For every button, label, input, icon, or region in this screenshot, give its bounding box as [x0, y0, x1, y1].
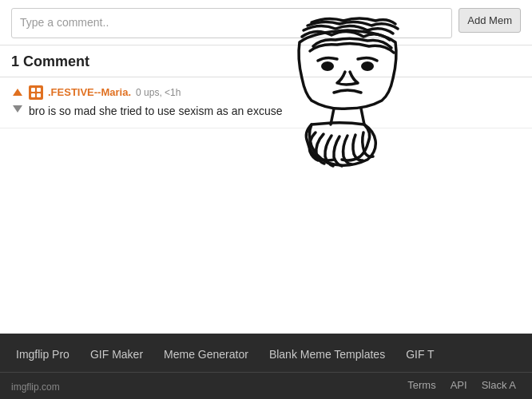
svg-point-0	[321, 61, 334, 71]
footer-terms[interactable]: Terms	[407, 379, 435, 391]
footer-nav-imgflip-pro[interactable]: Imgflip Pro	[16, 348, 69, 361]
drawn-hand-image	[264, 14, 431, 170]
footer-nav-meme-generator[interactable]: Meme Generator	[164, 348, 248, 361]
upvote-button[interactable]	[11, 87, 24, 100]
footer-nav-blank-meme-templates[interactable]: Blank Meme Templates	[269, 348, 385, 361]
user-icon	[29, 85, 43, 100]
downvote-button[interactable]	[11, 101, 24, 114]
imgflip-logo: imgflip.com	[11, 381, 60, 393]
svg-marker-2	[13, 89, 22, 96]
svg-rect-8	[37, 93, 41, 97]
svg-rect-7	[31, 93, 35, 97]
comment-stats: 0 ups, <1h	[136, 87, 181, 98]
add-mem-button[interactable]: Add Mem	[459, 8, 521, 33]
svg-rect-4	[29, 85, 43, 100]
svg-rect-5	[31, 88, 35, 92]
footer-api[interactable]: API	[451, 379, 467, 391]
footer-nav: Imgflip Pro GIF Maker Meme Generator Bla…	[0, 334, 532, 373]
svg-marker-3	[13, 105, 22, 113]
svg-point-1	[361, 61, 374, 71]
footer-nav-gif-maker[interactable]: GIF Maker	[90, 348, 143, 361]
footer: Imgflip Pro GIF Maker Meme Generator Bla…	[0, 334, 532, 399]
footer-secondary: Terms API Slack A	[0, 373, 532, 399]
comment-username[interactable]: .FESTIVE--Maria.	[48, 86, 131, 98]
svg-rect-6	[37, 88, 41, 92]
footer-slack[interactable]: Slack A	[482, 379, 516, 391]
footer-nav-gif-t[interactable]: GIF T	[406, 348, 435, 361]
vote-controls	[11, 85, 24, 114]
